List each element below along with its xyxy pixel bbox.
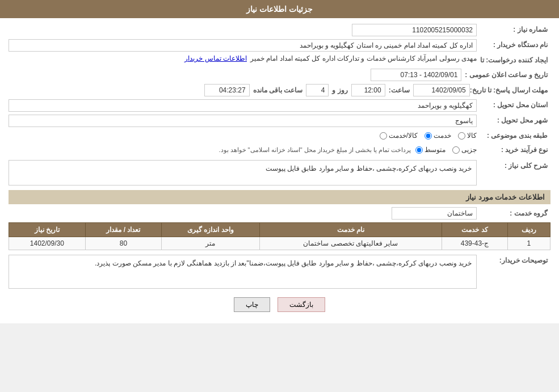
category-label: طبقه بندی موضوعی : xyxy=(477,130,550,141)
process-label: نوع فرآیند خرید : xyxy=(477,144,550,155)
desc-label: شرح کلی نیاز : xyxy=(477,160,550,171)
col-row: ردیف xyxy=(507,223,550,237)
province-value: کهگیلویه و بویراحمد xyxy=(9,99,477,112)
city-label: شهر محل تحویل : xyxy=(477,115,550,126)
process-note: پرداخت تمام یا بخشی از مبلغ خریداز محل "… xyxy=(218,146,411,154)
category-option-kala-khedmat[interactable]: کالا/خدمت xyxy=(380,132,418,140)
cell-unit: متر xyxy=(162,237,259,250)
cell-date: 1402/09/30 xyxy=(9,237,86,250)
service-group-value: ساختمان xyxy=(392,207,477,220)
buyer-desc-value: خرید ونصب دربهای کرکره،چشمی ،حفاظ و سایر… xyxy=(9,255,477,289)
buyer-desc-label: توصیحات خریدار: xyxy=(477,255,550,266)
table-row: 1 ج-43-439 سایر فعالیتهای تخصصی ساختمان … xyxy=(9,237,550,250)
announce-date-label: تاریخ و ساعت اعلان عمومی : xyxy=(465,69,550,81)
category-option-khedmat[interactable]: خدمت xyxy=(424,132,451,140)
deadline-label: مهلت ارسال پاسخ: تا تاریخ: xyxy=(470,85,550,96)
province-label: استان محل تحویل : xyxy=(477,99,550,111)
button-bar: بازگشت چاپ xyxy=(9,292,550,318)
creator-label: ایجاد کننده درخواست: تا xyxy=(477,54,550,66)
buyer-org-value: اداره کل کمیته امداد امام خمینی ره استان… xyxy=(9,39,477,52)
buyer-org-label: نام دستگاه خریدار : xyxy=(477,39,550,50)
page-header: جزئیات اطلاعات نیاز xyxy=(0,0,559,18)
deadline-time-label: ساعت: xyxy=(389,86,410,94)
need-number-value: 1102005215000032 xyxy=(352,24,477,36)
creator-contact-link[interactable]: اطلاعات تماس خریدار xyxy=(184,54,247,62)
col-name: نام خدمت xyxy=(259,223,442,237)
category-option-kala[interactable]: کالا xyxy=(458,132,477,140)
deadline-day-value: 4 xyxy=(306,84,329,96)
services-table: ردیف کد خدمت نام خدمت واحد اندازه گیری ت… xyxy=(9,222,550,250)
services-section-title: اطلاعات خدمات مورد نیاز xyxy=(9,190,550,204)
cell-name: سایر فعالیتهای تخصصی ساختمان xyxy=(259,237,442,250)
cell-code: ج-43-439 xyxy=(442,237,507,250)
col-unit: واحد اندازه گیری xyxy=(162,223,259,237)
back-button[interactable]: بازگشت xyxy=(278,297,325,312)
service-group-label: گروه خدمت : xyxy=(477,209,550,217)
deadline-day-label: روز و xyxy=(332,86,347,94)
col-date: تاریخ نیاز xyxy=(9,223,86,237)
need-number-label: شماره نیاز : xyxy=(477,24,550,35)
deadline-remain-value: 04:23:27 xyxy=(204,84,250,96)
col-code: کد خدمت xyxy=(442,223,507,237)
creator-value: مهدی رسولی امیرآباد کارشناس خدمات و تدار… xyxy=(250,54,477,62)
deadline-remain-label: ساعت باقی مانده xyxy=(253,86,303,94)
process-option-jozi[interactable]: جزیی xyxy=(452,146,477,154)
announce-date-value: 1402/09/01 - 07:13 xyxy=(371,69,461,81)
city-value: یاسوج xyxy=(9,115,477,127)
deadline-time-value: 12:00 xyxy=(351,84,385,96)
deadline-date-value: 1402/09/05 xyxy=(413,84,470,96)
desc-value: خرید ونصب دربهای کرکره،چشمی ،حفاظ و سایر… xyxy=(9,160,477,186)
col-quantity: تعداد / مقدار xyxy=(85,223,162,237)
cell-quantity: 80 xyxy=(85,237,162,250)
process-option-motavasset[interactable]: متوسط xyxy=(415,146,445,154)
print-button[interactable]: چاپ xyxy=(234,297,270,312)
cell-row: 1 xyxy=(507,237,550,250)
